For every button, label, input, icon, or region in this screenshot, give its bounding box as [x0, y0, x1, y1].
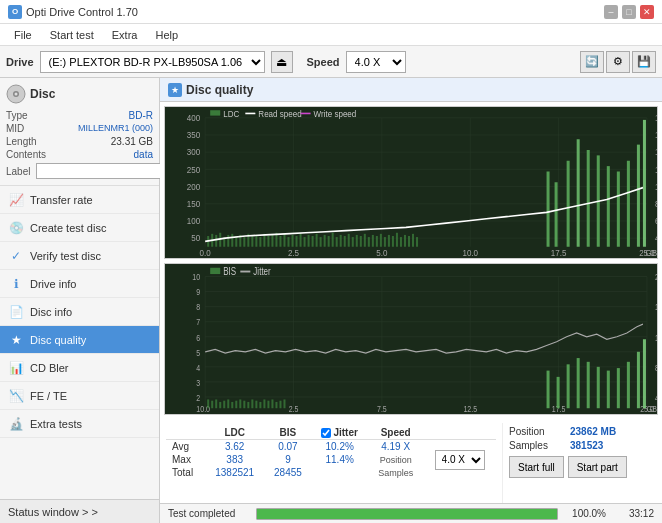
svg-text:GB: GB: [647, 404, 657, 414]
svg-point-2: [15, 93, 18, 96]
svg-rect-161: [255, 400, 257, 408]
left-panel: Disc Type BD-R MID MILLENMR1 (000) Lengt…: [0, 78, 160, 523]
nav-item-create-test-disc[interactable]: 💿 Create test disc: [0, 214, 159, 242]
svg-rect-160: [251, 399, 253, 408]
disc-info-icon: 📄: [8, 304, 24, 320]
nav-item-fe-te[interactable]: 📉 FE / TE: [0, 382, 159, 410]
svg-rect-111: [165, 264, 657, 415]
svg-rect-175: [607, 370, 610, 408]
svg-text:BIS: BIS: [223, 266, 236, 277]
maximize-button[interactable]: □: [622, 5, 636, 19]
svg-rect-59: [279, 236, 281, 247]
close-button[interactable]: ✕: [640, 5, 654, 19]
svg-rect-98: [587, 150, 590, 247]
svg-rect-68: [316, 234, 318, 247]
nav-item-extra-tests[interactable]: 🔬 Extra tests: [0, 410, 159, 438]
svg-text:20%: 20%: [655, 272, 657, 282]
minimize-button[interactable]: –: [604, 5, 618, 19]
title-bar-left: O Opti Drive Control 1.70: [8, 5, 138, 19]
start-full-button[interactable]: Start full: [509, 456, 564, 478]
max-bis: 9: [265, 453, 312, 466]
svg-text:7.5: 7.5: [377, 404, 387, 414]
jitter-checkbox[interactable]: [321, 428, 331, 438]
extra-tests-icon: 🔬: [8, 416, 24, 432]
menu-file[interactable]: File: [6, 27, 40, 43]
title-bar: O Opti Drive Control 1.70 – □ ✕: [0, 0, 662, 24]
svg-rect-61: [287, 237, 289, 247]
speed-select-cell: 4.0 X: [423, 440, 496, 480]
nav-item-disc-quality[interactable]: ★ Disc quality: [0, 326, 159, 354]
right-stats-panel: Position 23862 MB Samples 381523 Start f…: [502, 423, 662, 503]
menu-start-test[interactable]: Start test: [42, 27, 102, 43]
start-part-button[interactable]: Start part: [568, 456, 627, 478]
svg-rect-169: [547, 370, 550, 408]
disc-title: Disc: [30, 87, 55, 101]
svg-text:2.5: 2.5: [289, 404, 299, 414]
svg-rect-97: [577, 139, 580, 247]
svg-rect-176: [617, 368, 620, 408]
disc-section: Disc Type BD-R MID MILLENMR1 (000) Lengt…: [0, 78, 159, 186]
svg-text:16X: 16X: [655, 130, 657, 140]
svg-rect-47: [231, 234, 233, 247]
svg-rect-56: [267, 236, 269, 247]
svg-text:350: 350: [187, 130, 201, 140]
svg-rect-101: [617, 172, 620, 247]
svg-rect-52: [251, 236, 253, 247]
speed-select-drive[interactable]: 4.0 X: [346, 51, 406, 73]
svg-text:8: 8: [196, 302, 200, 312]
nav-item-transfer-rate[interactable]: 📈 Transfer rate: [0, 186, 159, 214]
drive-icon-btn-1[interactable]: 🔄: [580, 51, 604, 73]
svg-text:4: 4: [196, 362, 200, 372]
svg-rect-152: [219, 401, 221, 407]
svg-rect-76: [348, 234, 350, 247]
svg-text:Jitter: Jitter: [253, 266, 270, 277]
svg-rect-171: [567, 364, 570, 408]
svg-rect-80: [364, 234, 366, 247]
drive-select[interactable]: (E:) PLEXTOR BD-R PX-LB950SA 1.06: [40, 51, 265, 73]
svg-text:2: 2: [196, 392, 200, 402]
progress-bar-inner: [257, 509, 557, 519]
svg-text:50: 50: [191, 233, 200, 243]
samples-value: 381523: [570, 440, 603, 451]
nav-item-cd-bler[interactable]: 📊 CD Bler: [0, 354, 159, 382]
svg-text:200: 200: [187, 182, 201, 192]
svg-text:Write speed: Write speed: [314, 108, 357, 118]
svg-text:10: 10: [192, 272, 200, 282]
disc-header: Disc: [6, 84, 153, 104]
eject-button[interactable]: ⏏: [271, 51, 293, 73]
svg-rect-92: [412, 234, 414, 247]
speed-mode-select[interactable]: 4.0 X: [435, 450, 485, 470]
svg-rect-79: [360, 236, 362, 247]
drive-icon-btn-2[interactable]: ⚙: [606, 51, 630, 73]
svg-rect-170: [557, 376, 560, 407]
samples-row: Samples 381523: [509, 440, 656, 451]
drive-info-icon: ℹ: [8, 276, 24, 292]
svg-rect-54: [259, 237, 261, 247]
label-input[interactable]: [36, 163, 169, 179]
total-bis: 28455: [265, 466, 312, 479]
svg-rect-63: [296, 236, 298, 247]
svg-text:12X: 12X: [655, 164, 657, 174]
start-buttons: Start full Start part: [509, 456, 656, 478]
status-text: Test completed: [168, 508, 248, 519]
title-bar-controls: – □ ✕: [604, 5, 654, 19]
menu-help[interactable]: Help: [147, 27, 186, 43]
drive-icon-btn-3[interactable]: 💾: [632, 51, 656, 73]
verify-test-disc-icon: ✓: [8, 248, 24, 264]
svg-text:0.0: 0.0: [200, 248, 212, 257]
svg-text:17.5: 17.5: [551, 248, 567, 257]
svg-rect-90: [404, 235, 406, 247]
nav-item-drive-info[interactable]: ℹ Drive info: [0, 270, 159, 298]
stats-row-avg: Avg 3.62 0.07 10.2% 4.19 X 4.0 X: [166, 440, 496, 454]
svg-text:8X: 8X: [655, 199, 657, 209]
svg-rect-159: [247, 401, 249, 407]
avg-ldc: 3.62: [205, 440, 265, 454]
svg-text:4%: 4%: [655, 392, 657, 402]
svg-text:16%: 16%: [655, 302, 657, 312]
status-window-button[interactable]: Status window > >: [0, 499, 159, 523]
col-header-ldc: LDC: [205, 426, 265, 440]
nav-item-disc-info[interactable]: 📄 Disc info: [0, 298, 159, 326]
nav-item-verify-test-disc[interactable]: ✓ Verify test disc: [0, 242, 159, 270]
svg-rect-85: [384, 237, 386, 247]
menu-extra[interactable]: Extra: [104, 27, 146, 43]
